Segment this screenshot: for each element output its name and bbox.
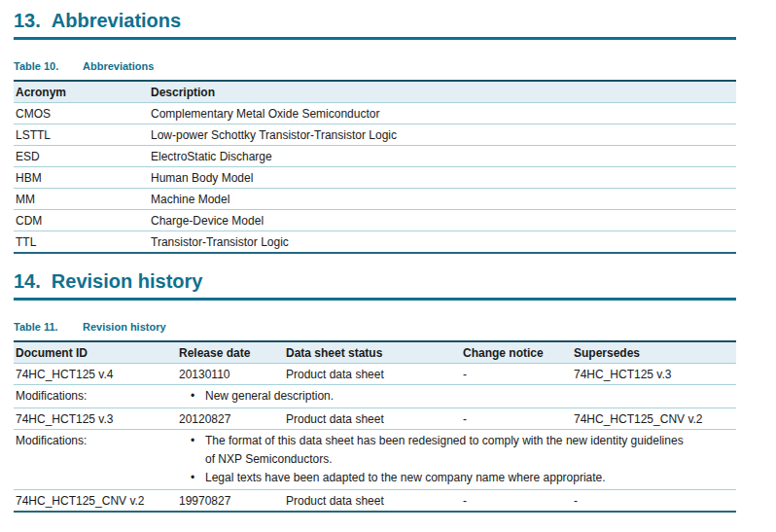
section-13-title: Abbreviations	[52, 10, 181, 31]
revision-history-table: Document ID Release date Data sheet stat…	[14, 340, 736, 513]
revision-header-row: Document ID Release date Data sheet stat…	[14, 341, 736, 364]
abbreviations-table: Acronym Description CMOS Complementary M…	[14, 80, 736, 254]
table-row: TTL Transistor-Transistor Logic	[14, 231, 736, 254]
description-cell: Human Body Model	[149, 167, 736, 189]
revision-row: 74HC_HCT125 v.3 20120827 Product data sh…	[14, 408, 736, 430]
data-sheet-status-cell: Product data sheet	[284, 364, 461, 385]
table-row: LSTTL Low-power Schottky Transistor-Tran…	[14, 124, 736, 146]
release-date-cell: 20120827	[177, 408, 284, 430]
acronym-cell: MM	[14, 189, 149, 210]
supersedes-cell: 74HC_HCT125 v.3	[572, 364, 736, 385]
supersedes-cell: -	[572, 490, 736, 513]
table-11-caption-label: Table 11.	[14, 321, 83, 334]
column-header-change-notice: Change notice	[461, 341, 572, 364]
description-cell: Charge-Device Model	[149, 210, 736, 231]
section-13-heading: 13. Abbreviations	[14, 10, 736, 40]
description-cell: Low-power Schottky Transistor-Transistor…	[149, 124, 736, 146]
table-11-caption-title: Revision history	[83, 321, 166, 334]
data-sheet-status-cell: Product data sheet	[284, 408, 461, 430]
table-10-caption: Table 10. Abbreviations	[14, 60, 736, 73]
description-cell: Transistor-Transistor Logic	[149, 231, 736, 254]
document-id-cell: 74HC_HCT125_CNV v.2	[14, 490, 177, 513]
modifications-list: The format of this data sheet has been r…	[179, 432, 728, 487]
acronym-cell: TTL	[14, 231, 149, 254]
table-row: MM Machine Model	[14, 189, 736, 210]
section-13-number: 13.	[14, 10, 41, 31]
acronym-cell: CMOS	[14, 103, 149, 124]
modifications-bullets-cell: The format of this data sheet has been r…	[177, 430, 736, 490]
column-header-release-date: Release date	[177, 341, 284, 364]
document-id-cell: 74HC_HCT125 v.3	[14, 408, 177, 430]
modifications-list: New general description.	[179, 387, 728, 406]
table-10-caption-title: Abbreviations	[83, 60, 154, 73]
release-date-cell: 20130110	[177, 364, 284, 385]
description-cell: ElectroStatic Discharge	[149, 146, 736, 167]
modification-item: New general description.	[191, 387, 684, 406]
description-cell: Complementary Metal Oxide Semiconductor	[149, 103, 736, 124]
modifications-label: Modifications:	[14, 430, 177, 490]
column-header-acronym: Acronym	[14, 81, 149, 103]
acronym-cell: LSTTL	[14, 124, 149, 146]
revision-row: 74HC_HCT125 v.4 20130110 Product data sh…	[14, 364, 736, 385]
column-header-supersedes: Supersedes	[572, 341, 736, 364]
data-sheet-status-cell: Product data sheet	[284, 490, 461, 513]
modifications-row: Modifications: The format of this data s…	[14, 430, 736, 490]
acronym-cell: CDM	[14, 210, 149, 231]
table-row: CMOS Complementary Metal Oxide Semicondu…	[14, 103, 736, 124]
section-14-heading: 14. Revision history	[14, 270, 736, 301]
table-row: CDM Charge-Device Model	[14, 210, 736, 231]
document-id-cell: 74HC_HCT125 v.4	[14, 364, 177, 385]
change-notice-cell: -	[461, 364, 572, 385]
change-notice-cell: -	[461, 490, 572, 513]
datasheet-page: 13. Abbreviations Table 10. Abbreviation…	[0, 0, 776, 513]
modifications-bullets-cell: New general description.	[177, 385, 736, 408]
modifications-label: Modifications:	[14, 385, 177, 408]
table-11-caption: Table 11. Revision history	[14, 321, 736, 334]
table-10-caption-label: Table 10.	[14, 60, 83, 73]
release-date-cell: 19970827	[177, 490, 284, 513]
section-revision-history: 14. Revision history Table 11. Revision …	[14, 270, 736, 513]
column-header-document-id: Document ID	[14, 341, 177, 364]
change-notice-cell: -	[461, 408, 572, 430]
revision-row: 74HC_HCT125_CNV v.2 19970827 Product dat…	[14, 490, 736, 513]
supersedes-cell: 74HC_HCT125_CNV v.2	[572, 408, 736, 430]
abbreviations-header-row: Acronym Description	[14, 81, 736, 103]
section-14-title: Revision history	[52, 270, 203, 292]
acronym-cell: ESD	[14, 146, 149, 167]
table-row: HBM Human Body Model	[14, 167, 736, 189]
section-14-number: 14.	[14, 270, 41, 292]
modification-item: Legal texts have been adapted to the new…	[191, 469, 684, 487]
column-header-description: Description	[149, 81, 736, 103]
section-abbreviations: 13. Abbreviations Table 10. Abbreviation…	[14, 10, 736, 254]
acronym-cell: HBM	[14, 167, 149, 189]
column-header-data-sheet-status: Data sheet status	[284, 341, 461, 364]
table-row: ESD ElectroStatic Discharge	[14, 146, 736, 167]
description-cell: Machine Model	[149, 189, 736, 210]
modification-item: The format of this data sheet has been r…	[191, 432, 684, 469]
modifications-row: Modifications: New general description.	[14, 385, 736, 408]
